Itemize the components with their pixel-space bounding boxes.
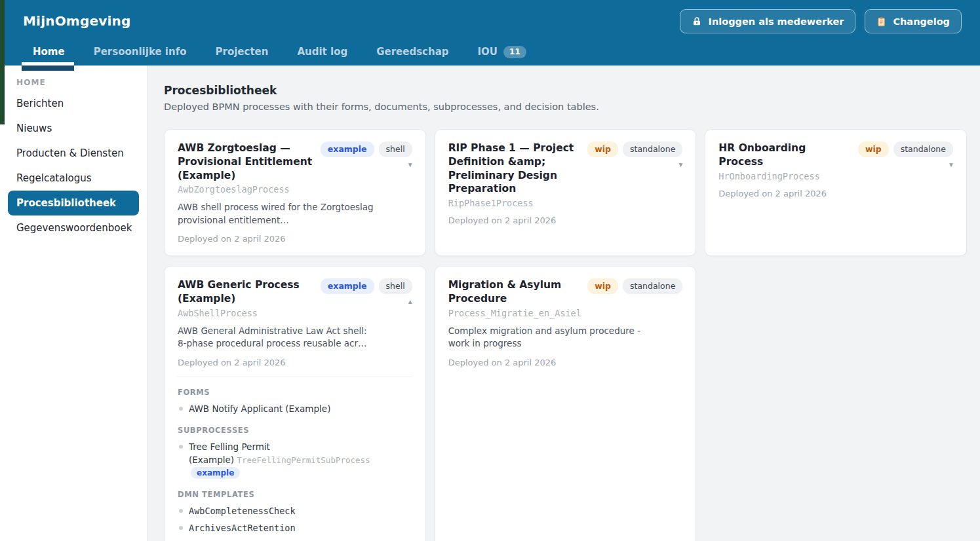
deployed-date: Deployed on 2 april 2026 [178,234,412,244]
sidebar: HOME Berichten Nieuws Producten & Dienst… [0,65,147,541]
status-badge-standalone: standalone [623,278,682,294]
login-as-employee-button[interactable]: Inloggen als medewerker [680,9,856,33]
deployed-date: Deployed on 2 april 2026 [448,358,683,367]
subprocess-name-suffix: (Example) [189,455,234,465]
deployed-date: Deployed on 2 april 2026 [178,358,412,367]
subprocesses-section: SUBPROCESSES Tree Felling Permit (Exampl… [178,426,412,479]
clipboard-icon [876,16,886,27]
process-title: Migration & Asylum Procedure [448,278,588,306]
process-card-migration-asylum: Migration & Asylum Procedure wip standal… [435,266,697,541]
dmn-list-item: ArchivesActRetention [178,522,412,535]
subprocess-list-item: Tree Felling Permit (Example) TreeFellin… [178,441,412,479]
process-id: Process_Migratie_en_Asiel [448,308,683,318]
subprocess-name: Tree Felling Permit [189,441,270,452]
sidebar-item-regelcatalogus[interactable]: Regelcatalogus [0,166,147,191]
process-id: RipPhase1Process [448,198,683,208]
forms-section-label: FORMS [178,388,412,397]
dmn-list-item: AwbCompletenessCheck [178,505,412,518]
app-window: MijnOmgeving Inloggen als medewerker Cha… [0,0,980,541]
dmn-section-label: DMN TEMPLATES [178,490,412,499]
status-badge-example: example [321,278,374,294]
deployed-date: Deployed on 2 april 2026 [718,189,953,198]
expand-caret-icon[interactable]: ▼ [406,160,415,170]
tab-home[interactable]: Home [33,42,65,62]
sidebar-item-nieuws[interactable]: Nieuws [0,116,147,141]
status-badge-standalone: standalone [893,141,953,157]
dmn-templates-section: DMN TEMPLATES AwbCompletenessCheck Archi… [178,490,412,535]
process-description: AWB shell process wired for the Zorgtoes… [178,201,378,227]
deployed-date: Deployed on 2 april 2026 [448,215,683,225]
tab-iou[interactable]: IOU 11 [478,42,526,62]
tab-audit-log[interactable]: Audit log [297,42,347,62]
sidebar-item-gegevenswoordenboek[interactable]: Gegevenswoordenboek [0,215,147,240]
status-badge-standalone: standalone [623,141,682,157]
status-badge-example: example [321,141,374,157]
sidebar-item-producten-diensten[interactable]: Producten & Diensten [0,141,147,166]
top-navigation: Home Persoonlijke info Projecten Audit l… [0,42,980,62]
status-badge-wip: wip [587,278,618,294]
status-badge-wip: wip [587,141,618,157]
subprocesses-section-label: SUBPROCESSES [178,426,412,435]
app-header: MijnOmgeving Inloggen als medewerker Cha… [0,0,980,65]
iou-count-badge: 11 [503,46,526,58]
changelog-button[interactable]: Changelog [865,9,962,33]
forms-section: FORMS AWB Notify Applicant (Example) [178,388,412,416]
status-badge-example: example [191,467,240,479]
process-card-grid: AWB Zorgtoeslag — Provisional Entitlemen… [164,129,967,541]
sidebar-item-berichten[interactable]: Berichten [0,91,147,116]
app-title: MijnOmgeving [23,9,130,29]
process-title: HR Onboarding Process [718,141,858,169]
process-title: RIP Phase 1 — Project Definition &amp; P… [448,141,588,196]
status-badge-shell: shell [379,141,412,157]
collapse-caret-icon[interactable]: ▲ [406,297,415,307]
expand-caret-icon[interactable]: ▼ [676,160,685,170]
process-card-awb-generic-expanded: AWB Generic Process (Example) example sh… [164,266,426,541]
left-accent-strip [0,0,5,124]
status-badge-wip: wip [858,141,889,157]
main-content: Procesbibliotheek Deployed BPMN processe… [148,65,980,541]
login-button-label: Inloggen als medewerker [709,16,844,27]
sidebar-item-procesbibliotheek[interactable]: Procesbibliotheek [8,191,139,215]
process-id: AwbShellProcess [178,308,412,318]
tab-gereedschap[interactable]: Gereedschap [376,42,448,62]
process-id: AwbZorgtoeslagProcess [178,184,412,195]
tab-projecten[interactable]: Projecten [216,42,269,62]
process-description: Complex migration and asylum procedure -… [448,325,648,350]
process-details-panel: FORMS AWB Notify Applicant (Example) SUB… [178,377,412,541]
process-id: HrOnboardingProcess [718,171,953,181]
tab-persoonlijke-info[interactable]: Persoonlijke info [94,42,187,62]
expand-caret-icon[interactable]: ▼ [947,160,956,170]
page-subtitle: Deployed BPMN processes with their forms… [164,102,967,112]
process-title: AWB Generic Process (Example) [178,278,321,306]
process-card-rip-phase-1: RIP Phase 1 — Project Definition &amp; P… [435,129,697,256]
sidebar-section-label: HOME [16,78,147,87]
page-title: Procesbibliotheek [164,84,967,97]
subprocess-id: TreeFellingPermitSubProcess [237,455,370,465]
process-card-awb-zorgtoeslag: AWB Zorgtoeslag — Provisional Entitlemen… [164,129,426,256]
status-badge-shell: shell [379,278,412,294]
active-tab-indicator-dark [22,65,74,71]
process-card-hr-onboarding: HR Onboarding Process wip standalone HrO… [705,129,967,256]
lock-icon [692,16,702,27]
process-description: AWB General Administrative Law Act shell… [178,325,378,350]
form-list-item: AWB Notify Applicant (Example) [178,403,412,416]
changelog-button-label: Changelog [893,16,950,27]
process-title: AWB Zorgtoeslag — Provisional Entitlemen… [178,141,321,182]
